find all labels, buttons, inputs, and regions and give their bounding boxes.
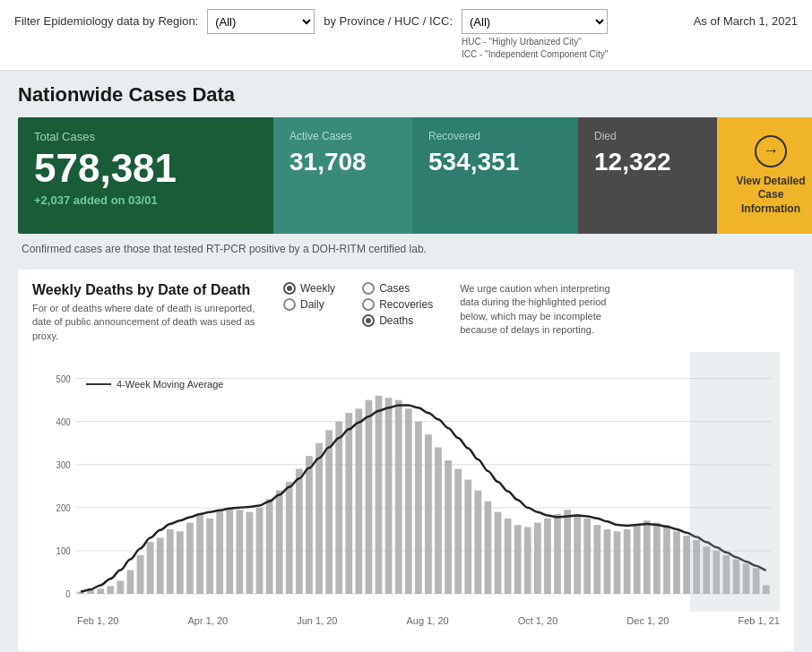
- svg-rect-42: [376, 396, 383, 594]
- total-cases-delta: +2,037 added on 03/01: [34, 193, 257, 207]
- svg-rect-33: [286, 482, 293, 594]
- chart-area: 0100200300400500: [32, 352, 780, 612]
- svg-rect-62: [574, 514, 581, 594]
- radio-daily[interactable]: Daily: [283, 298, 335, 311]
- svg-rect-49: [445, 460, 452, 594]
- svg-rect-45: [405, 408, 412, 594]
- svg-rect-17: [127, 570, 134, 594]
- svg-rect-80: [753, 568, 760, 594]
- svg-rect-34: [296, 469, 303, 594]
- radio-recoveries[interactable]: Recoveries: [362, 298, 433, 311]
- svg-rect-18: [137, 555, 144, 594]
- radio-deaths-circle: [362, 314, 375, 327]
- radio-recoveries-label: Recoveries: [379, 298, 433, 311]
- svg-rect-72: [673, 531, 680, 594]
- svg-rect-54: [495, 512, 502, 594]
- svg-rect-14: [97, 588, 104, 594]
- svg-rect-47: [425, 434, 432, 594]
- filter-section: Filter Epidemiology data by Region: (All…: [14, 9, 608, 61]
- svg-rect-27: [226, 508, 233, 594]
- svg-rect-56: [514, 525, 522, 594]
- as-of-date: As of March 1, 2021: [694, 9, 798, 34]
- radio-deaths-label: Deaths: [379, 314, 413, 327]
- section-title: Nationwide Cases Data: [18, 83, 794, 107]
- radio-weekly-label: Weekly: [300, 282, 335, 295]
- radio-cases[interactable]: Cases: [362, 282, 433, 295]
- svg-rect-40: [355, 408, 362, 594]
- radio-daily-circle: [283, 298, 296, 311]
- radio-deaths[interactable]: Deaths: [362, 314, 433, 327]
- svg-rect-32: [276, 491, 283, 594]
- radio-cases-label: Cases: [379, 282, 410, 295]
- svg-rect-38: [335, 422, 342, 594]
- svg-rect-39: [345, 413, 352, 594]
- region-select[interactable]: (All): [207, 9, 315, 34]
- confirmed-note: Confirmed cases are those that tested RT…: [18, 243, 794, 255]
- active-cases-label: Active Cases: [289, 130, 396, 142]
- svg-rect-61: [564, 510, 571, 594]
- svg-rect-28: [236, 510, 243, 594]
- svg-rect-52: [474, 491, 481, 594]
- svg-rect-24: [196, 514, 203, 594]
- total-cases-card: Total Cases 578,381 +2,037 added on 03/0…: [18, 117, 273, 234]
- huc-notes: HUC - "Highly Urbanized City" ICC - "Ind…: [462, 36, 608, 61]
- svg-rect-78: [733, 560, 740, 594]
- x-label-4: Aug 1, 20: [407, 615, 449, 626]
- x-axis-labels: Feb 1, 20 Apr 1, 20 Jun 1, 20 Aug 1, 20 …: [32, 612, 780, 626]
- x-label-6: Dec 1, 20: [626, 615, 669, 626]
- view-detailed-card[interactable]: → View Detailed Case Information: [717, 117, 812, 234]
- stats-row: Total Cases 578,381 +2,037 added on 03/0…: [18, 117, 794, 234]
- svg-text:200: 200: [56, 503, 72, 513]
- svg-rect-77: [723, 555, 730, 594]
- deaths-header: Weekly Deaths by Date of Death For or of…: [32, 282, 780, 343]
- svg-text:500: 500: [56, 374, 72, 384]
- time-radio-group: Weekly Daily: [283, 282, 335, 338]
- svg-rect-41: [366, 400, 373, 594]
- active-cases-card: Active Cases 31,708: [273, 117, 412, 234]
- svg-text:400: 400: [56, 417, 72, 427]
- svg-text:0: 0: [65, 589, 71, 599]
- region-filter-group: (All): [207, 9, 315, 34]
- x-label-2: Apr 1, 20: [188, 615, 229, 626]
- x-label-1: Feb 1, 20: [77, 615, 118, 626]
- svg-rect-53: [485, 502, 492, 594]
- svg-rect-51: [464, 480, 471, 594]
- top-bar: Filter Epidemiology data by Region: (All…: [0, 0, 812, 71]
- svg-rect-63: [583, 519, 591, 594]
- died-label: Died: [594, 130, 701, 142]
- svg-rect-25: [206, 519, 213, 594]
- svg-rect-20: [157, 538, 164, 595]
- province-select[interactable]: (All): [462, 9, 608, 34]
- svg-rect-65: [604, 529, 611, 594]
- svg-rect-67: [624, 529, 631, 594]
- svg-rect-73: [683, 536, 690, 594]
- radio-recoveries-circle: [362, 298, 375, 311]
- svg-rect-26: [216, 510, 223, 594]
- total-cases-value: 578,381: [34, 149, 257, 188]
- svg-rect-68: [634, 525, 641, 594]
- svg-rect-79: [743, 564, 750, 595]
- svg-rect-19: [147, 542, 154, 594]
- radio-weekly-circle: [283, 282, 296, 295]
- x-label-7: Feb 1, 21: [739, 615, 780, 626]
- deaths-section: Weekly Deaths by Date of Death For or of…: [18, 270, 794, 651]
- svg-rect-30: [256, 508, 263, 594]
- svg-rect-50: [454, 469, 462, 594]
- died-card: Died 12,322: [578, 117, 717, 234]
- svg-rect-37: [325, 430, 333, 594]
- caution-note: We urge caution when interpreting data d…: [460, 282, 621, 338]
- radio-weekly[interactable]: Weekly: [283, 282, 335, 295]
- svg-rect-69: [644, 520, 651, 594]
- svg-rect-59: [544, 519, 551, 594]
- svg-rect-43: [385, 398, 393, 594]
- view-arrow-icon: →: [755, 135, 787, 167]
- svg-rect-57: [524, 528, 531, 595]
- svg-rect-48: [435, 448, 442, 594]
- recovered-label: Recovered: [428, 130, 562, 142]
- deaths-subtitle: For or of deaths where date of death is …: [32, 302, 265, 343]
- svg-rect-21: [167, 529, 174, 594]
- svg-rect-60: [554, 514, 561, 594]
- svg-rect-29: [246, 512, 254, 594]
- radio-daily-label: Daily: [300, 298, 324, 311]
- svg-rect-16: [117, 581, 124, 594]
